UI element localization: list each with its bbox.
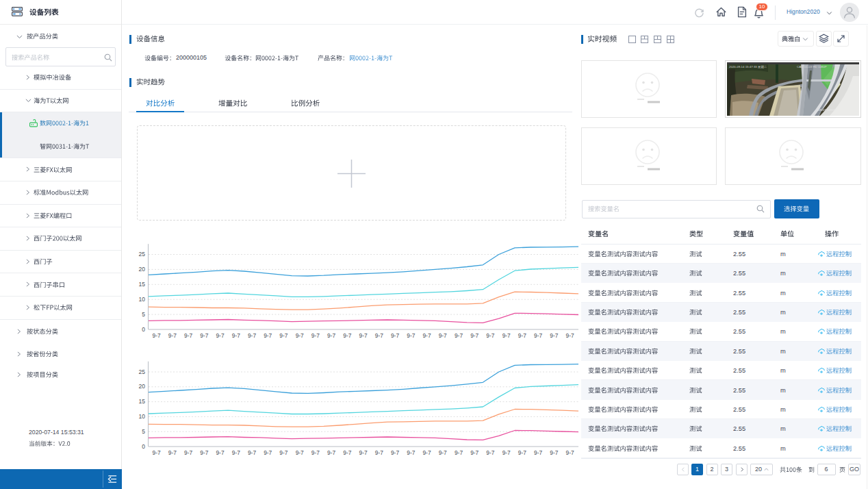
svg-text:CH-07 1080P: CH-07 1080P: [817, 108, 836, 112]
svg-text:CAM 01-03 HD 1080P: CAM 01-03 HD 1080P: [797, 65, 827, 68]
svg-text:2020-09-14 15:47:33 星期二: 2020-09-14 15:47:33 星期二: [729, 65, 767, 68]
